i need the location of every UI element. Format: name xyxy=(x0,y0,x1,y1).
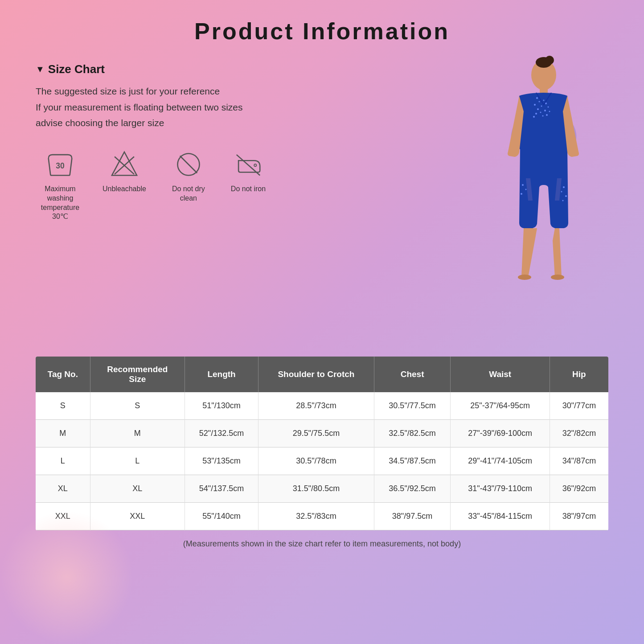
svg-point-23 xyxy=(542,115,544,117)
care-item-iron: Do not iron xyxy=(231,149,266,194)
col-tag: Tag No. xyxy=(36,357,90,392)
svg-point-29 xyxy=(565,195,567,197)
table-row: XXLXXL55"/140cm32.5"/83cm38"/97.5cm33"-4… xyxy=(36,503,608,530)
svg-point-24 xyxy=(546,114,548,116)
cell-4-4: 38"/97.5cm xyxy=(374,503,451,530)
cell-2-1: L xyxy=(90,447,185,475)
col-shoulder: Shoulder to Crotch xyxy=(258,357,374,392)
cell-4-3: 32.5"/83cm xyxy=(258,503,374,530)
svg-point-28 xyxy=(561,191,562,193)
cell-4-1: XXL xyxy=(90,503,185,530)
page-container: Product Information Size Chart The sugge… xyxy=(0,0,644,644)
care-item-wash: 30 Maximum washingtemperature 30℃ xyxy=(36,149,85,222)
cell-3-6: 36"/92cm xyxy=(550,475,608,503)
svg-point-12 xyxy=(536,97,538,99)
cell-1-2: 52"/132.5cm xyxy=(185,420,258,447)
svg-point-15 xyxy=(541,106,542,107)
care-item-bleach: Unbleachable xyxy=(103,149,146,194)
svg-point-26 xyxy=(533,116,535,118)
cell-1-5: 27"-39"/69-100cm xyxy=(451,420,550,447)
size-desc-line-2: If your measurement is floating between … xyxy=(36,99,339,115)
svg-point-33 xyxy=(521,193,522,195)
cell-0-1: S xyxy=(90,392,185,420)
svg-point-6 xyxy=(254,164,256,166)
cell-0-6: 30"/77cm xyxy=(550,392,608,420)
cell-0-0: S xyxy=(36,392,90,420)
cell-2-2: 53"/135cm xyxy=(185,447,258,475)
iron-label: Do not iron xyxy=(231,185,266,194)
svg-point-22 xyxy=(535,113,537,115)
left-info: Size Chart The suggested size is just fo… xyxy=(36,62,339,222)
svg-point-19 xyxy=(548,107,549,108)
product-image xyxy=(457,53,608,334)
svg-point-14 xyxy=(534,104,536,106)
cell-3-2: 54"/137.5cm xyxy=(185,475,258,503)
cell-0-5: 25"-37"/64-95cm xyxy=(451,392,550,420)
cell-2-0: L xyxy=(36,447,90,475)
care-item-dry-clean: Do not dry clean xyxy=(164,149,213,203)
wash-label: Maximum washingtemperature 30℃ xyxy=(36,185,85,222)
size-chart-heading: Size Chart xyxy=(36,62,339,76)
cell-1-1: M xyxy=(90,420,185,447)
table-row: SS51"/130cm28.5"/73cm30.5"/77.5cm25"-37"… xyxy=(36,392,608,420)
col-chest: Chest xyxy=(374,357,451,392)
cell-3-5: 31"-43"/79-110cm xyxy=(451,475,550,503)
svg-line-5 xyxy=(180,156,197,173)
svg-point-16 xyxy=(537,108,539,110)
dry-clean-label: Do not dry clean xyxy=(164,185,213,203)
svg-point-30 xyxy=(562,200,564,201)
care-icons: 30 Maximum washingtemperature 30℃ Unblea… xyxy=(36,149,339,222)
svg-point-35 xyxy=(551,275,564,280)
cell-1-3: 29.5"/75.5cm xyxy=(258,420,374,447)
cell-4-5: 33"-45"/84-115cm xyxy=(451,503,550,530)
cell-3-0: XL xyxy=(36,475,90,503)
svg-marker-1 xyxy=(112,152,137,176)
col-length: Length xyxy=(185,357,258,392)
svg-point-31 xyxy=(522,184,524,186)
table-row: LL53"/135cm30.5"/78cm34.5"/87.5cm29"-41"… xyxy=(36,447,608,475)
cell-2-5: 29"-41"/74-105cm xyxy=(451,447,550,475)
svg-point-17 xyxy=(543,100,545,101)
svg-point-27 xyxy=(563,186,565,188)
col-recommended: RecommendedSize xyxy=(90,357,185,392)
cell-3-3: 31.5"/80.5cm xyxy=(258,475,374,503)
table-row: MM52"/132.5cm29.5"/75.5cm32.5"/82.5cm27"… xyxy=(36,420,608,447)
table-row: XLXL54"/137.5cm31.5"/80.5cm36.5"/92.5cm3… xyxy=(36,475,608,503)
top-section: Size Chart The suggested size is just fo… xyxy=(36,62,608,334)
svg-point-13 xyxy=(539,101,540,103)
cell-3-1: XL xyxy=(90,475,185,503)
jumpsuit-model-svg xyxy=(470,53,595,334)
svg-point-20 xyxy=(544,110,546,111)
cell-1-0: M xyxy=(36,420,90,447)
size-description: The suggested size is just for your refe… xyxy=(36,83,339,131)
cell-2-3: 30.5"/78cm xyxy=(258,447,374,475)
no-iron-icon xyxy=(233,149,264,180)
svg-point-10 xyxy=(545,56,554,65)
cell-0-3: 28.5"/73cm xyxy=(258,392,374,420)
svg-point-25 xyxy=(549,111,550,112)
col-waist: Waist xyxy=(451,357,550,392)
table-section: Tag No. RecommendedSize Length Shoulder … xyxy=(36,357,608,549)
cell-0-2: 51"/130cm xyxy=(185,392,258,420)
svg-point-21 xyxy=(540,112,541,113)
cell-1-6: 32"/82cm xyxy=(550,420,608,447)
bleach-label: Unbleachable xyxy=(103,185,146,194)
cell-4-2: 55"/140cm xyxy=(185,503,258,530)
cell-2-6: 34"/87cm xyxy=(550,447,608,475)
size-desc-line-1: The suggested size is just for your refe… xyxy=(36,83,339,99)
cell-2-4: 34.5"/87.5cm xyxy=(374,447,451,475)
cell-0-4: 30.5"/77.5cm xyxy=(374,392,451,420)
table-header-row: Tag No. RecommendedSize Length Shoulder … xyxy=(36,357,608,392)
wash-icon: 30 xyxy=(45,149,76,180)
size-desc-line-3: advise choosing the larger size xyxy=(36,115,339,131)
cell-3-4: 36.5"/92.5cm xyxy=(374,475,451,503)
cell-4-6: 38"/97cm xyxy=(550,503,608,530)
svg-text:30: 30 xyxy=(56,161,65,170)
page-title: Product Information xyxy=(36,18,608,45)
no-bleach-icon xyxy=(109,149,140,180)
svg-point-34 xyxy=(518,275,531,280)
cell-4-0: XXL xyxy=(36,503,90,530)
table-footnote: (Measurements shown in the size chart re… xyxy=(36,539,608,549)
cell-1-4: 32.5"/82.5cm xyxy=(374,420,451,447)
no-dry-clean-icon xyxy=(173,149,204,180)
